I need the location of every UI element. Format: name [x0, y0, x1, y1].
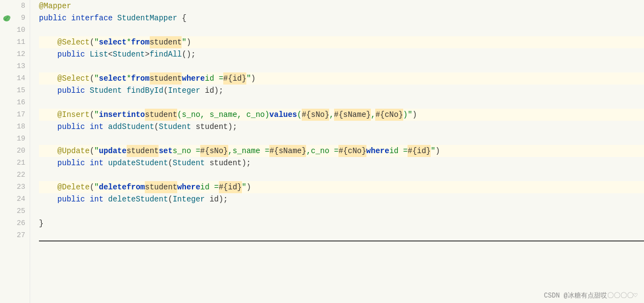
line-num-19: 19 [0, 133, 30, 145]
code-line-19 [39, 133, 644, 145]
code-line-21: public int updateStudent ( Student stude… [39, 157, 644, 169]
line-num-16: 16 [0, 97, 30, 109]
code-line-10 [39, 24, 644, 36]
line-num-12: 12 [0, 48, 30, 60]
line-num-14: 14 [0, 72, 30, 85]
token-classname: StudentMapper [117, 12, 177, 24]
line-num-11: 11 [0, 36, 30, 48]
line-num-17: 17 [0, 109, 30, 121]
line-num-22: 22 [0, 169, 30, 181]
token-annotation-mapper: @Mapper [39, 0, 71, 12]
code-line-17: @Insert ( "insert into student (s_no, s_… [39, 109, 644, 121]
leaf-icon [2, 14, 11, 23]
code-line-24: public int deleteStudent ( Integer id); [39, 193, 644, 205]
code-line-23: @Delete ( "delete from student where id … [39, 181, 644, 193]
watermark-text: CSDN @冰糖有点甜哎〇〇〇〇♡ [544, 292, 637, 300]
line-num-10: 10 [0, 24, 30, 36]
line-num-27: 27 [0, 229, 30, 242]
code-line-11: @Select ( "select * from student" ) [39, 36, 644, 48]
line-num-26: 26 [0, 217, 30, 229]
code-line-12: public List < Student > findAll (); [39, 48, 644, 60]
code-editor: 8 9 10 11 12 13 14 15 16 17 18 19 20 [0, 0, 644, 303]
code-line-22 [39, 169, 644, 181]
code-line-20: @Update ( " update student set s_no = #{… [39, 145, 644, 157]
code-line-25 [39, 205, 644, 217]
line-numbers: 8 9 10 11 12 13 14 15 16 17 18 19 20 [0, 0, 30, 303]
code-line-9: public interface StudentMapper { [39, 12, 644, 24]
code-line-15: public Student findById ( Integer id); [39, 85, 644, 97]
code-line-18: public int addStudent ( Student student)… [39, 121, 644, 133]
line-num-20: 20 [0, 145, 30, 157]
code-line-14: @Select ( "select * from student where i… [39, 72, 644, 85]
token-public-9: public [39, 12, 66, 24]
line-num-23: 23 [0, 181, 30, 193]
token-annotation-select1: @Select [58, 36, 90, 48]
watermark: CSDN @冰糖有点甜哎〇〇〇〇♡ [538, 289, 644, 303]
line-num-18: 18 [0, 121, 30, 133]
line-num-21: 21 [0, 157, 30, 169]
line-num-13: 13 [0, 60, 30, 72]
code-line-13 [39, 60, 644, 72]
line-num-25: 25 [0, 205, 30, 217]
token-interface: interface [71, 12, 113, 24]
code-line-26: } [39, 217, 644, 229]
code-line-16 [39, 97, 644, 109]
line-num-9: 9 [0, 12, 30, 24]
code-line-27 [39, 229, 644, 242]
code-line-8: @Mapper [39, 0, 644, 12]
line-num-24: 24 [0, 193, 30, 205]
code-content: @Mapper public interface StudentMapper {… [30, 0, 644, 303]
line-num-15: 15 [0, 85, 30, 97]
line-num-8: 8 [0, 0, 30, 12]
